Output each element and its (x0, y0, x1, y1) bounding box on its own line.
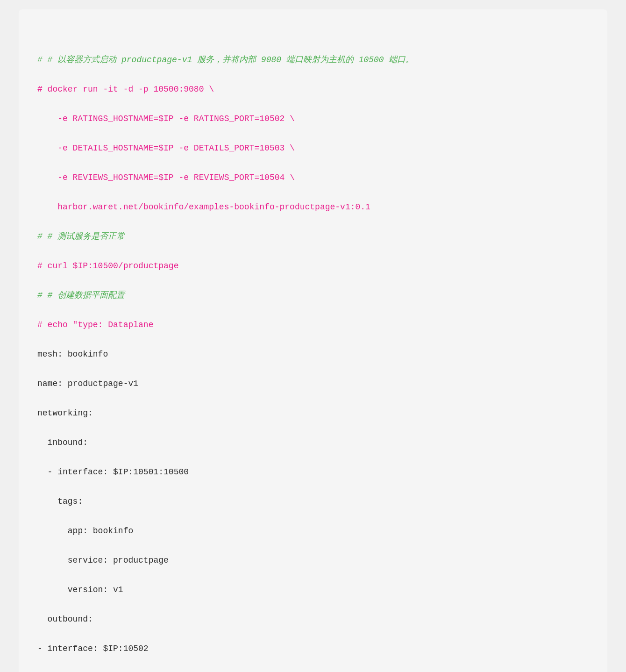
line-5: -e REVIEWS_HOSTNAME=$IP -e REVIEWS_PORT=… (37, 171, 589, 186)
line-12: name: productpage-v1 (37, 377, 589, 392)
line-3: -e RATINGS_HOSTNAME=$IP -e RATINGS_PORT=… (37, 112, 589, 127)
line-16: tags: (37, 494, 589, 509)
code-container: # # 以容器方式启动 productpage-v1 服务，并将内部 9080 … (19, 9, 607, 672)
line-8: # curl $IP:10500/productpage (37, 259, 589, 274)
line-21: - interface: $IP:10502 (37, 642, 589, 657)
line-4: -e DETAILS_HOSTNAME=$IP -e DETAILS_PORT=… (37, 141, 589, 156)
line-2: # docker run -it -d -p 10500:9080 \ (37, 82, 589, 97)
line-15: - interface: $IP:10501:10500 (37, 465, 589, 480)
line-11: mesh: bookinfo (37, 347, 589, 362)
line-14: inbound: (37, 436, 589, 450)
line-6: harbor.waret.net/bookinfo/examples-booki… (37, 200, 589, 215)
line-19: version: v1 (37, 583, 589, 598)
line-20: outbound: (37, 612, 589, 627)
line-9: # # 创建数据平面配置 (37, 288, 589, 303)
line-7: # # 测试服务是否正常 (37, 229, 589, 244)
line-17: app: bookinfo (37, 524, 589, 539)
line-10: # echo "type: Dataplane (37, 318, 589, 333)
line-18: service: productpage (37, 553, 589, 568)
line-13: networking: (37, 406, 589, 421)
code-block: # # 以容器方式启动 productpage-v1 服务，并将内部 9080 … (37, 23, 589, 672)
line-1: # # 以容器方式启动 productpage-v1 服务，并将内部 9080 … (37, 53, 589, 68)
